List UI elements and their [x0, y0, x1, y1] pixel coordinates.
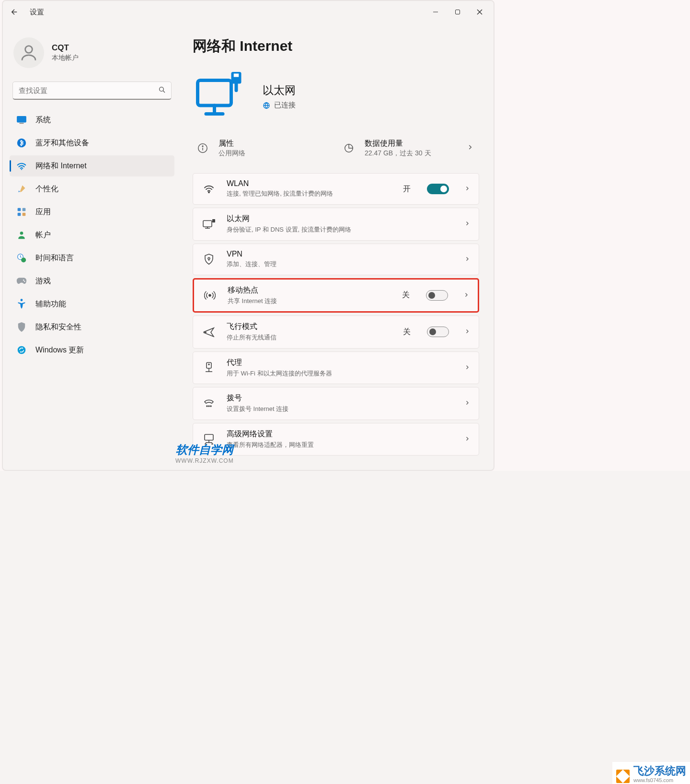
maximize-icon	[455, 9, 460, 15]
ethernet-icon	[202, 219, 216, 229]
svg-line-6	[163, 91, 165, 93]
nav-label: Windows 更新	[35, 345, 84, 355]
clock-globe-icon	[16, 253, 27, 263]
nav-label: 系统	[35, 115, 51, 125]
svg-rect-37	[212, 219, 215, 222]
chevron-right-icon	[464, 220, 470, 228]
window-controls	[425, 4, 491, 20]
toggle-state-label: 关	[403, 327, 411, 337]
nav-accounts[interactable]: 帐户	[10, 224, 174, 246]
card-sub: 身份验证, IP 和 DNS 设置, 按流量计费的网络	[227, 225, 361, 234]
svg-point-9	[17, 139, 26, 147]
back-button[interactable]	[6, 3, 23, 21]
gamepad-icon	[16, 276, 27, 286]
svg-rect-14	[23, 213, 26, 216]
nav-label: 帐户	[35, 230, 51, 240]
toggle-state-label: 开	[403, 184, 411, 194]
globe-icon	[263, 102, 270, 109]
close-button[interactable]	[469, 4, 491, 20]
proxy-icon	[202, 362, 216, 374]
nav-gaming[interactable]: 游戏	[10, 270, 174, 292]
wifi-icon	[202, 184, 216, 194]
card-sub: 查看所有网络适配器，网络重置	[227, 440, 361, 450]
svg-rect-11	[18, 208, 21, 211]
properties-sub: 公用网络	[218, 149, 245, 158]
airplane-toggle[interactable]	[427, 327, 449, 337]
info-row: 属性 公用网络 数据使用量 22.47 GB，过去 30 天	[193, 134, 479, 163]
nav-label: 应用	[35, 207, 51, 217]
update-icon	[16, 345, 27, 355]
card-title: WLAN	[227, 179, 392, 188]
nav-personalize[interactable]: 个性化	[10, 178, 174, 199]
nav-label: 辅助功能	[35, 299, 66, 309]
nav-update[interactable]: Windows 更新	[10, 339, 174, 361]
nav-accessibility[interactable]: 辅助功能	[10, 293, 174, 315]
sidebar: CQT 本地帐户 系统 蓝牙和其他设备	[10, 28, 178, 456]
data-usage-card[interactable]: 数据使用量 22.47 GB，过去 30 天	[339, 134, 479, 163]
properties-card[interactable]: 属性 公用网络	[193, 134, 333, 163]
chevron-right-icon	[464, 255, 470, 264]
card-sub: 停止所有无线通信	[227, 333, 361, 342]
bluetooth-icon	[16, 138, 27, 148]
nav-time[interactable]: 时间和语言	[10, 247, 174, 269]
hotspot-icon	[203, 290, 217, 301]
shield-icon	[16, 322, 27, 332]
phone-icon	[202, 398, 216, 408]
info-icon	[196, 141, 210, 155]
nav-network[interactable]: 网络和 Internet	[10, 155, 174, 176]
ethernet-hero-icon	[193, 69, 246, 124]
nav-bluetooth[interactable]: 蓝牙和其他设备	[10, 132, 174, 153]
svg-rect-48	[205, 434, 213, 440]
svg-point-15	[20, 232, 23, 235]
card-ethernet[interactable]: 以太网 身份验证, IP 和 DNS 设置, 按流量计费的网络	[193, 208, 479, 241]
svg-point-21	[18, 346, 26, 354]
account-sub: 本地帐户	[52, 54, 79, 62]
card-title: 高级网络设置	[227, 429, 449, 439]
svg-point-17	[21, 257, 26, 262]
card-hotspot[interactable]: 移动热点 共享 Internet 连接 关	[193, 278, 479, 313]
hotspot-toggle[interactable]	[426, 290, 448, 301]
card-title: 以太网	[227, 214, 449, 224]
account-name: CQT	[52, 43, 79, 53]
card-wlan[interactable]: WLAN 连接, 管理已知网络, 按流量计费的网络 开	[193, 173, 479, 205]
svg-point-18	[23, 280, 24, 281]
nav: 系统 蓝牙和其他设备 网络和 Internet 个性化 应用	[10, 109, 174, 361]
maximize-button[interactable]	[447, 4, 469, 20]
nav-system[interactable]: 系统	[10, 109, 174, 130]
svg-rect-34	[203, 221, 212, 227]
card-advanced[interactable]: 高级网络设置 查看所有网络适配器，网络重置	[193, 423, 479, 456]
minimize-button[interactable]	[425, 4, 447, 20]
svg-point-45	[207, 406, 207, 407]
wlan-toggle[interactable]	[427, 184, 449, 194]
svg-point-4	[25, 46, 33, 53]
chevron-right-icon	[464, 185, 470, 193]
svg-rect-8	[20, 123, 24, 124]
chevron-right-icon	[464, 363, 470, 372]
card-airplane[interactable]: 飞行模式 停止所有无线通信 关	[193, 316, 479, 349]
card-dialup[interactable]: 拨号 设置拨号 Internet 连接	[193, 387, 479, 420]
back-arrow-icon	[10, 8, 19, 16]
status-sub: 已连接	[274, 101, 296, 110]
display-icon	[16, 115, 27, 125]
title-bar: 设置	[3, 1, 494, 23]
svg-point-19	[24, 281, 25, 282]
svg-point-20	[21, 299, 23, 301]
connection-status: 以太网 已连接	[193, 69, 479, 124]
nav-apps[interactable]: 应用	[10, 201, 174, 222]
account-block[interactable]: CQT 本地帐户	[10, 28, 174, 79]
card-title: 代理	[227, 358, 449, 368]
nav-privacy[interactable]: 隐私和安全性	[10, 316, 174, 338]
svg-rect-7	[17, 116, 26, 123]
card-sub: 用于 Wi-Fi 和以太网连接的代理服务器	[227, 369, 361, 378]
card-vpn[interactable]: VPN 添加、连接、管理	[193, 244, 479, 275]
svg-point-5	[160, 87, 164, 92]
toggle-state-label: 关	[402, 290, 410, 300]
card-proxy[interactable]: 代理 用于 Wi-Fi 和以太网连接的代理服务器	[193, 351, 479, 385]
nav-label: 隐私和安全性	[35, 322, 81, 332]
properties-title: 属性	[218, 139, 245, 149]
window-title: 设置	[30, 8, 44, 17]
search-input[interactable]	[12, 82, 172, 100]
minimize-icon	[433, 9, 438, 15]
apps-icon	[16, 207, 27, 217]
nav-label: 蓝牙和其他设备	[35, 138, 89, 148]
